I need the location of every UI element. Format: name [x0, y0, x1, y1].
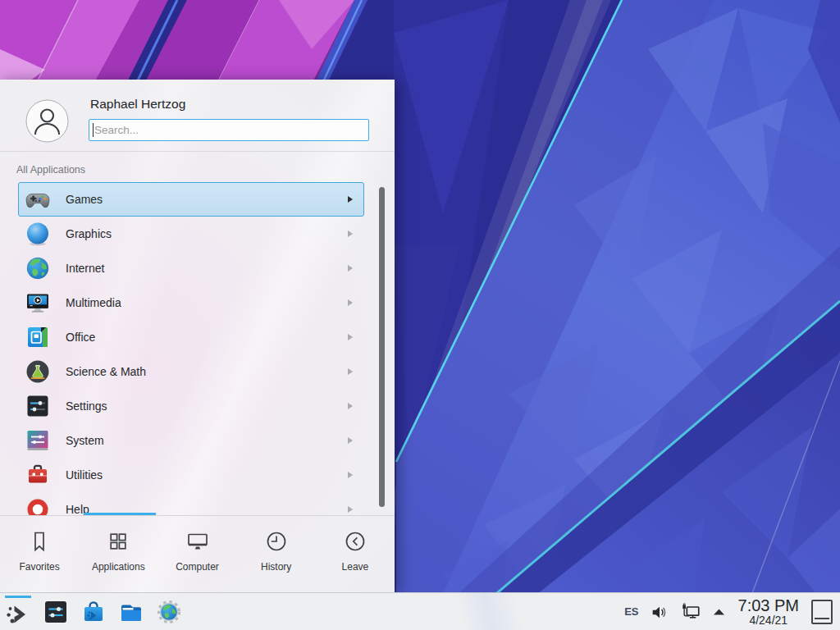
search-field-wrap [89, 119, 369, 141]
tab-favorites[interactable]: Favorites [0, 516, 79, 592]
scrollbar-thumb[interactable] [379, 187, 385, 507]
menu-item-label: Utilities [66, 468, 103, 482]
system-icon [25, 427, 51, 454]
menu-item-settings[interactable]: Settings [18, 389, 364, 423]
submenu-arrow-icon [348, 437, 353, 444]
menu-item-office[interactable]: Office [18, 320, 364, 354]
multimedia-icon [25, 290, 51, 316]
expand-caret-icon[interactable] [712, 607, 726, 616]
history-icon [264, 529, 289, 554]
system-tray: ES 7:03 PM 4/24/21 [624, 597, 840, 626]
tab-label: Leave [342, 561, 369, 573]
help-icon [25, 496, 51, 515]
volume-icon[interactable] [650, 602, 669, 622]
menu-item-science-math[interactable]: Science & Math [18, 354, 364, 389]
menu-item-help[interactable]: Help [18, 492, 364, 515]
menu-item-utilities[interactable]: Utilities [18, 458, 364, 492]
menu-item-multimedia[interactable]: Multimedia [18, 285, 364, 320]
games-icon [25, 186, 51, 212]
menu-item-games[interactable]: Games [18, 182, 364, 217]
menu-item-system[interactable]: System [18, 423, 364, 458]
launcher-header: Raphael Hertzog [0, 80, 395, 152]
user-avatar[interactable] [25, 99, 69, 143]
submenu-arrow-icon [348, 196, 353, 203]
internet-icon [25, 255, 51, 281]
application-launcher-button[interactable] [5, 601, 31, 628]
active-launcher-indicator [5, 596, 31, 598]
menu-item-label: Graphics [66, 227, 112, 240]
show-desktop-button[interactable] [811, 600, 833, 624]
tab-label: Applications [92, 561, 145, 573]
tab-history[interactable]: History [237, 516, 316, 592]
keyboard-layout-indicator[interactable]: ES [624, 605, 638, 618]
tab-computer[interactable]: Computer [158, 516, 236, 592]
web-browser-button[interactable] [156, 599, 182, 625]
applications-icon [106, 529, 130, 554]
graphics-icon [25, 221, 51, 247]
tab-label: History [261, 561, 291, 573]
search-input[interactable] [89, 119, 369, 141]
submenu-arrow-icon [348, 299, 353, 306]
submenu-arrow-icon [348, 403, 353, 409]
system-settings-icon [43, 599, 69, 625]
discover-button[interactable] [80, 599, 107, 625]
application-launcher-menu: Raphael Hertzog All Applications [0, 80, 395, 592]
menu-item-label: Office [66, 331, 95, 344]
file-manager-button[interactable] [118, 599, 144, 625]
category-list: Games Graphics [0, 176, 376, 515]
taskbar: ES 7:03 PM 4/24/21 [0, 592, 840, 630]
computer-icon [185, 529, 210, 554]
tab-leave[interactable]: Leave [316, 516, 395, 592]
favorites-icon [27, 529, 52, 554]
tab-label: Computer [176, 561, 219, 573]
settings-icon [25, 393, 51, 419]
network-icon[interactable] [680, 601, 701, 623]
globe-gear-icon [156, 599, 182, 625]
launcher-tab-bar: Favorites Applications Computer [0, 515, 395, 592]
clock-date: 4/24/21 [738, 614, 799, 627]
section-label: All Applications [16, 164, 85, 176]
utilities-icon [25, 462, 51, 488]
submenu-arrow-icon [348, 334, 353, 340]
menu-item-label: Settings [66, 399, 107, 413]
submenu-arrow-icon [348, 368, 353, 375]
taskbar-launchers [0, 596, 182, 628]
folder-icon [118, 599, 144, 625]
user-name: Raphael Hertzog [90, 97, 185, 112]
clock-time: 7:03 PM [738, 597, 799, 614]
leave-icon [343, 529, 368, 554]
science-math-icon [25, 358, 51, 385]
menu-item-label: System [66, 434, 104, 447]
tab-applications[interactable]: Applications [79, 516, 158, 592]
menu-item-graphics[interactable]: Graphics [18, 217, 364, 251]
kickoff-icon [5, 601, 31, 628]
submenu-arrow-icon [348, 506, 353, 513]
menu-item-internet[interactable]: Internet [18, 251, 364, 285]
submenu-arrow-icon [348, 231, 353, 237]
active-tab-indicator [84, 513, 156, 515]
text-cursor [93, 123, 94, 137]
menu-item-label: Internet [66, 262, 104, 275]
submenu-arrow-icon [348, 265, 353, 272]
office-icon [25, 324, 51, 350]
discover-bag-icon [80, 599, 107, 625]
system-settings-button[interactable] [43, 599, 69, 625]
menu-item-label: Games [66, 193, 103, 206]
clock[interactable]: 7:03 PM 4/24/21 [738, 597, 799, 626]
desktop: Raphael Hertzog All Applications [0, 0, 840, 630]
tab-label: Favorites [19, 561, 59, 573]
menu-item-label: Science & Math [66, 365, 146, 378]
submenu-arrow-icon [348, 472, 353, 478]
menu-item-label: Multimedia [66, 296, 121, 309]
